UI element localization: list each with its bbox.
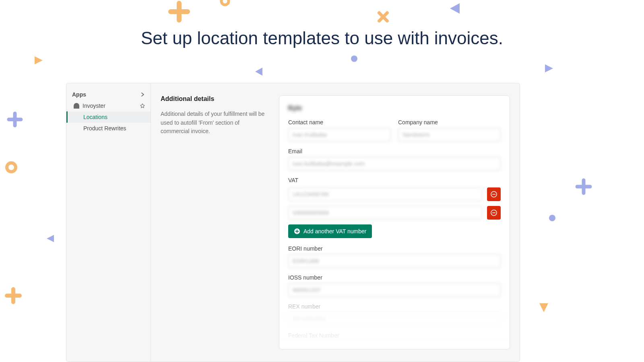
- ioss-label: IOSS number: [288, 274, 501, 281]
- svg-point-1: [351, 56, 357, 62]
- company-name-input[interactable]: [398, 128, 501, 142]
- sidebar-app-label: Invoyster: [83, 103, 105, 109]
- description-title: Additional details: [161, 95, 266, 103]
- deco-circle-icon: [4, 160, 19, 175]
- rex-label: REX number: [288, 303, 501, 310]
- sidebar-item-label: Locations: [83, 114, 107, 120]
- card-title: Kyiv: [288, 105, 501, 112]
- deco-cross-icon: [376, 10, 390, 24]
- page-headline: Set up location templates to use with in…: [0, 28, 644, 48]
- sidebar-item-locations[interactable]: Locations: [66, 111, 151, 123]
- sidebar-item-label: Product Rewrites: [83, 125, 126, 132]
- deco-plus-icon: [5, 287, 22, 304]
- company-name-label: Company name: [398, 119, 501, 125]
- description-column: Additional details Additional details of…: [161, 95, 266, 350]
- deco-dot-icon: [549, 215, 555, 221]
- deco-triangle-icon: [544, 64, 554, 73]
- contact-name-input[interactable]: [288, 128, 391, 142]
- sidebar: Apps Invoyster Locations Product Rewrite…: [66, 83, 151, 362]
- app-window: Apps Invoyster Locations Product Rewrite…: [66, 83, 520, 362]
- deco-plus-icon: [168, 1, 190, 23]
- deco-dot-icon: [351, 56, 357, 62]
- svg-point-2: [7, 163, 16, 172]
- eori-label: EORI number: [288, 245, 501, 252]
- ioss-input[interactable]: [288, 283, 501, 297]
- federal-tax-label: Federal Tax Number: [288, 332, 501, 339]
- svg-point-3: [549, 215, 555, 221]
- contact-name-label: Contact name: [288, 119, 391, 125]
- content-area: Additional details Additional details of…: [151, 83, 520, 362]
- deco-triangle-icon: [538, 302, 550, 314]
- email-input[interactable]: [288, 157, 501, 171]
- plus-circle-icon: [294, 228, 300, 234]
- app-icon: [74, 103, 79, 109]
- sidebar-apps-label: Apps: [72, 91, 86, 98]
- minus-circle-icon: [491, 191, 497, 197]
- minus-circle-icon: [491, 210, 497, 216]
- chevron-right-icon: [141, 93, 145, 97]
- deco-plus-icon: [576, 179, 592, 195]
- eori-input[interactable]: [288, 254, 501, 268]
- deco-triangle-icon: [254, 67, 264, 76]
- add-vat-label: Add another VAT number: [303, 228, 366, 234]
- description-text: Additional details of your fulfillment w…: [161, 110, 266, 136]
- deco-triangle-icon: [34, 56, 43, 64]
- deco-triangle-icon: [46, 234, 55, 243]
- deco-plus-icon: [7, 112, 23, 127]
- sidebar-app-invoyster[interactable]: Invoyster: [66, 100, 151, 111]
- sidebar-apps-header[interactable]: Apps: [66, 89, 151, 100]
- rex-input[interactable]: [288, 312, 501, 326]
- email-label: Email: [288, 148, 501, 154]
- vat-remove-button-1[interactable]: [487, 187, 501, 201]
- vat-input-1[interactable]: [288, 187, 482, 201]
- add-vat-button[interactable]: Add another VAT number: [288, 224, 372, 238]
- location-card: Kyiv Contact name Company name Email VAT: [279, 95, 510, 350]
- pin-icon: [140, 103, 145, 108]
- sidebar-item-product-rewrites[interactable]: Product Rewrites: [66, 123, 151, 134]
- vat-label: VAT: [288, 177, 501, 183]
- deco-circle-icon: [219, 0, 231, 7]
- deco-triangle-icon: [448, 2, 462, 15]
- vat-remove-button-2[interactable]: [487, 206, 501, 220]
- svg-point-0: [221, 0, 229, 5]
- vat-input-2[interactable]: [288, 206, 482, 220]
